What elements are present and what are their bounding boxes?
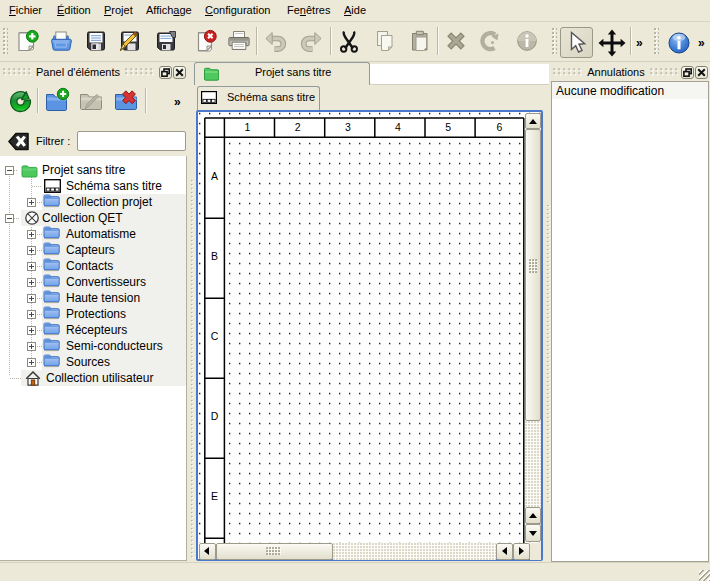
- svg-text:A: A: [211, 170, 218, 182]
- svg-text:E: E: [211, 490, 218, 502]
- svg-text:6: 6: [497, 121, 503, 133]
- svg-text:1: 1: [245, 121, 251, 133]
- svg-text:D: D: [211, 410, 219, 422]
- svg-text:3: 3: [345, 121, 351, 133]
- svg-text:2: 2: [295, 121, 301, 133]
- svg-text:C: C: [211, 330, 219, 342]
- svg-text:4: 4: [395, 121, 401, 133]
- svg-text:5: 5: [445, 121, 451, 133]
- svg-text:B: B: [211, 250, 218, 262]
